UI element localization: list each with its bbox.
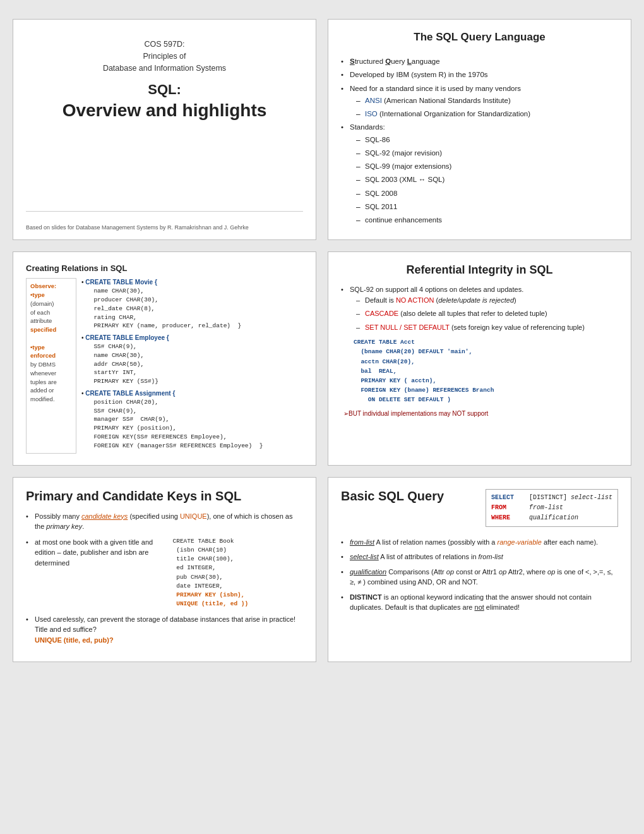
slide2-iso: ISO (International Organization for Stan…	[356, 109, 618, 119]
slide2-item2: Developed by IBM (system R) in the 1970s	[341, 70, 618, 80]
footer-note: Based on slides for Database Management …	[26, 211, 303, 231]
slide6-from: from-list A list of relation names (poss…	[341, 537, 618, 548]
slide5-item2: at most one book with a given title and …	[26, 537, 303, 609]
slide3-right-content: CREATE TABLE Movie { name CHAR(30), prod…	[81, 278, 303, 453]
slide2-item1: Structured Query Language	[341, 56, 618, 67]
course-info: COS 597D: Principles of Database and Inf…	[103, 39, 226, 74]
ref-code-box: CREATE TABLE Acct (bname CHAR(20) DEFAUL…	[354, 337, 618, 404]
ref-note: ➢BUT individual implementations may NOT …	[341, 410, 618, 417]
slide3-title: Creating Relations in SQL	[26, 263, 303, 273]
assignment-item: CREATE TABLE Assignment { position CHAR(…	[81, 389, 303, 450]
slide2-list: Structured Query Language Developed by I…	[341, 56, 618, 226]
slide3-left-box: Observe: •type (domain)of eachattribute …	[26, 278, 76, 453]
slide4-title: Referential Integrity in SQL	[341, 263, 618, 277]
overview-label: Overview and highlights	[63, 100, 267, 121]
slide4-list: SQL-92 on support all 4 options on delet…	[341, 284, 618, 332]
std-2003: SQL 2003 (XML ↔ SQL)	[356, 174, 618, 185]
slide-sql-query: The SQL Query Language Structured Query …	[328, 19, 631, 240]
ref-cascade: CASCADE (also delete all tuples that ref…	[356, 308, 618, 319]
slide6-list: from-list A list of relation names (poss…	[341, 537, 618, 613]
book-code: CREATE TABLE Book (isbn CHAR(10) title C…	[173, 537, 304, 609]
slide2-item3: Need for a standard since it is used by …	[341, 83, 618, 120]
std-86: SQL-86	[356, 135, 618, 145]
movie-code: name CHAR(30), producer CHAR(30), rel_da…	[81, 287, 303, 330]
ref-item1: SQL-92 on support all 4 options on delet…	[341, 284, 618, 332]
std-92: SQL-92 (major revision)	[356, 148, 618, 159]
slide-ref: Referential Integrity in SQL SQL-92 on s…	[328, 251, 631, 465]
employee-code: SS# CHAR(9), name CHAR(30), addr CHAR(50…	[81, 342, 303, 386]
slide5-item3: Used carelessly, can prevent the storage…	[26, 614, 303, 646]
slide5-item1: Possibly many candidate keys (specified …	[26, 511, 303, 532]
slide-primary: Primary and Candidate Keys in SQL Possib…	[13, 477, 316, 663]
std-99: SQL-99 (major extensions)	[356, 161, 618, 172]
query-box: SELECT [DISTINCT] select-list FROM from-…	[486, 489, 618, 527]
std-2008: SQL 2008	[356, 188, 618, 199]
ref-default: Default is NO ACTION (delete/update is r…	[356, 295, 618, 306]
slide-title: COS 597D: Principles of Database and Inf…	[13, 19, 316, 240]
assignment-code: position CHAR(20), SS# CHAR(9), manager …	[81, 398, 303, 450]
slide6-qual: qualification Comparisons (Attr op const…	[341, 567, 618, 588]
sql-label: SQL:	[148, 82, 181, 98]
slide2-title: The SQL Query Language	[341, 31, 618, 47]
std-2011: SQL 2011	[356, 202, 618, 212]
slide-basic: Basic SQL Query SELECT [DISTINCT] select…	[328, 477, 631, 663]
employee-item: CREATE TABLE Employee { SS# CHAR(9), nam…	[81, 334, 303, 386]
slide5-list: Possibly many candidate keys (specified …	[26, 511, 303, 646]
slide2-standards: Standards: SQL-86 SQL-92 (major revision…	[341, 122, 618, 226]
ref-setnull: SET NULL / SET DEFAULT (sets foreign key…	[356, 322, 618, 333]
slide3-content: Observe: •type (domain)of eachattribute …	[26, 278, 303, 453]
slide-creating: Creating Relations in SQL Observe: •type…	[13, 251, 316, 465]
slide6-select: select-list A list of attributes of rela…	[341, 552, 618, 562]
std-continue: continue enhancements	[356, 215, 618, 226]
slide2-ansi: ANSI (American National Standards Instit…	[356, 95, 618, 106]
slide5-title: Primary and Candidate Keys in SQL	[26, 489, 303, 504]
slide6-title: Basic SQL Query	[341, 489, 444, 504]
movie-item: CREATE TABLE Movie { name CHAR(30), prod…	[81, 278, 303, 330]
slide6-distinct: DISTINCT is an optional keyword indicati…	[341, 592, 618, 613]
